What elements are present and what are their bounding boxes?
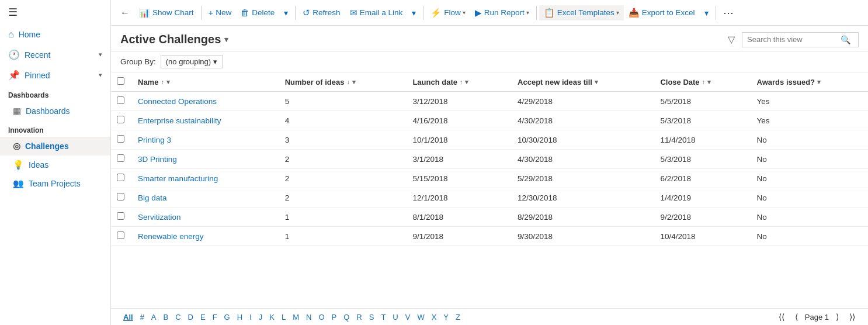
export-excel-button[interactable]: 📥 Export to Excel [624, 5, 700, 20]
sidebar-item-challenges[interactable]: ◎ Challenges [0, 137, 110, 155]
back-button[interactable]: ← [116, 5, 134, 20]
col-launch-date[interactable]: Launch date ↑ ▾ [407, 72, 512, 92]
sidebar-item-team-projects[interactable]: 👥 Team Projects [0, 174, 110, 193]
checkbox-header[interactable] [111, 72, 132, 92]
sidebar-item-recent[interactable]: 🕐 Recent ▾ [0, 44, 110, 65]
row-checkbox[interactable] [117, 193, 124, 200]
search-box[interactable]: 🔍 [742, 32, 859, 47]
col-num-ideas[interactable]: Number of ideas ↓ ▾ [279, 72, 407, 92]
sidebar-item-pinned[interactable]: 📌 Pinned ▾ [0, 65, 110, 85]
row-name-link[interactable]: Printing 3 [138, 136, 171, 144]
filter-chevron-icon[interactable]: ▾ [352, 78, 356, 86]
search-input[interactable] [747, 35, 841, 44]
row-name-link[interactable]: Big data [138, 193, 167, 202]
alpha-nav-item[interactable]: X [429, 312, 440, 323]
last-page-button[interactable]: ⟩⟩ [846, 311, 859, 323]
hamburger-icon[interactable]: ☰ [0, 0, 110, 25]
email-link-button[interactable]: ✉ Email a Link [345, 5, 408, 20]
row-checkbox[interactable] [117, 135, 124, 143]
row-checkbox[interactable] [117, 174, 124, 181]
alpha-nav-item[interactable]: F [210, 312, 220, 323]
row-checkbox-cell[interactable] [111, 130, 132, 150]
sidebar-item-dashboards[interactable]: ▦ Dashboards [0, 102, 110, 120]
col-close-date[interactable]: Close Date ↑ ▾ [654, 72, 751, 92]
alpha-nav-item[interactable]: W [414, 312, 427, 323]
next-page-button[interactable]: ⟩ [832, 311, 842, 323]
sidebar-recent-label: Recent [25, 50, 50, 60]
alpha-nav-item[interactable]: I [246, 312, 255, 323]
alpha-nav-item[interactable]: S [366, 312, 377, 323]
prev-page-button[interactable]: ⟨ [791, 311, 801, 323]
more-button[interactable]: ⋯ [718, 4, 738, 22]
alpha-nav-item[interactable]: Z [453, 312, 463, 323]
run-report-button[interactable]: ▶ Run Report ▾ [470, 5, 534, 20]
row-checkbox-cell[interactable] [111, 188, 132, 208]
active-challenges-label: Active Challenges [120, 33, 221, 46]
first-page-button[interactable]: ⟨⟨ [775, 311, 788, 323]
filter-chevron-icon[interactable]: ▾ [465, 78, 468, 86]
alpha-nav-item[interactable]: H [234, 312, 245, 323]
alpha-nav-item[interactable]: # [137, 312, 147, 323]
select-all-checkbox[interactable] [117, 77, 124, 85]
row-name-cell: Enterprise sustainability [132, 111, 279, 130]
row-name-link[interactable]: Smarter manufacturing [138, 174, 218, 183]
toolbar-separator-chevron[interactable]: ▾ [700, 6, 713, 20]
groupby-select[interactable]: (no grouping) ▾ [161, 55, 223, 68]
sidebar-item-ideas[interactable]: 💡 Ideas [0, 155, 110, 174]
alpha-nav-item[interactable]: O [315, 312, 327, 323]
alpha-nav-item[interactable]: U [390, 312, 401, 323]
alpha-nav-item[interactable]: G [221, 312, 233, 323]
col-name[interactable]: Name ↑ ▾ [132, 72, 279, 92]
row-checkbox[interactable] [117, 212, 124, 220]
row-checkbox-cell[interactable] [111, 111, 132, 130]
alpha-nav-item[interactable]: P [329, 312, 340, 323]
show-chart-button[interactable]: 📊 Show Chart [134, 5, 199, 20]
excel-templates-button[interactable]: 📋 Excel Templates ▾ [539, 5, 624, 20]
row-name-link[interactable]: Enterprise sustainability [138, 116, 221, 125]
alpha-nav-item[interactable]: N [303, 312, 314, 323]
row-checkbox-cell[interactable] [111, 150, 132, 169]
alpha-nav-item[interactable]: A [148, 312, 159, 323]
alpha-nav-item[interactable]: D [185, 312, 196, 323]
col-awards-issued[interactable]: Awards issued? ▾ [751, 72, 868, 92]
alpha-nav-item[interactable]: B [161, 312, 172, 323]
row-checkbox[interactable] [117, 154, 124, 162]
alpha-nav-item[interactable]: R [353, 312, 364, 323]
sidebar-item-home[interactable]: ⌂ Home [0, 25, 110, 44]
alpha-nav-item[interactable]: C [172, 312, 183, 323]
row-name-link[interactable]: Renewable energy [138, 232, 204, 241]
row-name-link[interactable]: 3D Printing [138, 155, 177, 164]
more-options2-button[interactable]: ▾ [407, 6, 421, 20]
row-checkbox[interactable] [117, 116, 124, 123]
filter-chevron-icon[interactable]: ▾ [166, 78, 170, 86]
row-checkbox-cell[interactable] [111, 227, 132, 246]
refresh-button[interactable]: ↺ Refresh [298, 5, 345, 20]
delete-button[interactable]: 🗑 Delete [236, 5, 279, 20]
alpha-nav-item[interactable]: M [290, 312, 302, 323]
row-checkbox[interactable] [117, 96, 124, 104]
new-button[interactable]: + New [204, 5, 237, 20]
title-chevron-icon[interactable]: ▾ [224, 35, 228, 44]
alpha-nav-item[interactable]: J [256, 312, 266, 323]
alpha-nav-item[interactable]: V [402, 312, 414, 323]
alpha-nav-item[interactable]: E [197, 312, 209, 323]
row-checkbox-cell[interactable] [111, 169, 132, 188]
filter-chevron-icon[interactable]: ▾ [817, 78, 821, 86]
alpha-nav-item[interactable]: T [378, 312, 388, 323]
alpha-nav-item[interactable]: K [266, 312, 277, 323]
alpha-nav-item[interactable]: All [120, 312, 136, 323]
alpha-nav-item[interactable]: L [279, 312, 289, 323]
filter-chevron-icon[interactable]: ▾ [595, 78, 598, 86]
row-name-link[interactable]: Connected Operations [138, 97, 217, 106]
more-options-button[interactable]: ▾ [279, 6, 293, 20]
row-checkbox-cell[interactable] [111, 208, 132, 227]
row-name-link[interactable]: Servitization [138, 213, 181, 222]
filter-chevron-icon[interactable]: ▾ [707, 78, 711, 86]
row-checkbox[interactable] [117, 231, 124, 239]
filter-icon[interactable]: ▽ [725, 32, 737, 47]
col-accept-till[interactable]: Accept new ideas till ▾ [512, 72, 654, 92]
alpha-nav-item[interactable]: Y [440, 312, 452, 323]
row-checkbox-cell[interactable] [111, 92, 132, 111]
alpha-nav-item[interactable]: Q [341, 312, 352, 323]
flow-button[interactable]: ⚡ Flow ▾ [426, 5, 470, 20]
